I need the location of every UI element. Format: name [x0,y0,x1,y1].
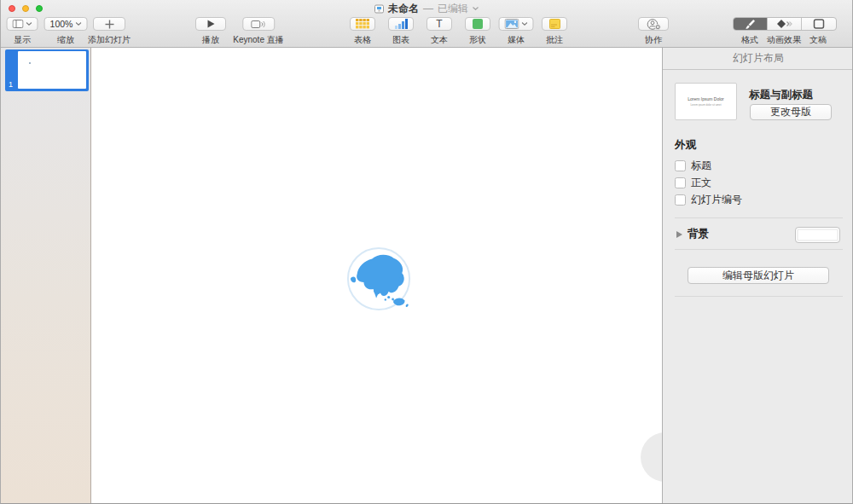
preview-subtitle: Lorem ipsum dolor sit amet [690,103,721,107]
title-chevron-down-icon[interactable] [473,7,479,10]
chevron-down-icon [26,22,32,26]
toolbar-item-text: T 文本 [426,17,452,46]
table-label: 表格 [354,34,371,46]
title-checkbox[interactable] [675,160,686,171]
toolbar-item-collaborate: 协作 [638,17,669,46]
play-button[interactable] [195,17,226,31]
titlebar-toolbar: 未命名 — 已编辑 显示 100% [1,0,852,48]
navigator-view-icon [13,20,24,28]
appearance-title: 外观 [675,138,696,153]
tab-document[interactable] [802,18,836,30]
title-checkbox-label: 标题 [691,159,711,173]
globe-image[interactable] [345,246,412,312]
preview-title: Lorem Ipsum Dolor [688,96,724,101]
play-label: 播放 [202,34,219,46]
divider [675,296,843,297]
toolbar-item-shape: 形状 [465,17,490,46]
shape-label: 形状 [469,34,486,46]
change-master-button[interactable]: 更改母版 [750,104,832,120]
comment-icon [549,19,560,29]
toolbar-item-zoom: 100% 缩放 [44,17,88,46]
keynote-live-label: Keynote 直播 [233,34,283,46]
inspector-header: 幻灯片布局 [663,48,853,70]
toolbar-item-view: 显示 [7,17,38,46]
insert-shape-button[interactable] [465,17,490,31]
keynote-window: 未命名 — 已编辑 显示 100% [0,0,853,504]
document-tab-label: 文稿 [809,34,827,46]
toolbar-item-play: 播放 [195,17,226,46]
inspector-tabs [733,17,837,31]
edit-master-button[interactable]: 编辑母版幻灯片 [688,267,829,284]
document-title: 未命名 [388,2,419,16]
layout-name: 标题与副标题 [749,88,813,102]
background-color-well[interactable] [795,227,840,243]
insert-text-button[interactable]: T [426,17,452,31]
view-label: 显示 [14,34,31,46]
slide-number-checkbox[interactable] [675,194,686,206]
divider [675,217,843,218]
background-label: 背景 [688,227,709,241]
thumbnail-globe-dot [29,62,31,64]
zoom-dropdown[interactable]: 100% [44,17,88,31]
slide-1-selected[interactable]: 1 [5,49,89,91]
window-title: 未命名 — 已编辑 [1,2,852,15]
insert-comment-button[interactable] [542,17,567,31]
background-disclosure-triangle[interactable] [676,231,682,238]
view-button[interactable] [7,17,38,31]
body-checkbox[interactable] [675,177,686,188]
slide-navigator[interactable]: 1 [1,48,91,503]
title-separator: — [423,3,433,14]
insert-chart-button[interactable] [388,17,414,31]
tab-animate[interactable] [768,18,802,30]
slide-number-checkbox-label: 幻灯片编号 [691,193,742,207]
tab-format[interactable] [734,18,768,30]
document-icon [813,19,825,29]
toolbar-item-keynote-live: Keynote 直播 [233,17,283,46]
chart-label: 图表 [392,34,409,46]
toolbar-item-table: 表格 [350,17,375,46]
add-slide-button[interactable] [93,17,125,31]
edited-status[interactable]: 已编辑 [438,2,468,16]
collaborate-button[interactable] [638,17,669,31]
animate-tab-label: 动画效果 [767,34,801,46]
insert-media-button[interactable] [499,17,534,31]
main-area: 1 幻灯片布局 [1,48,853,503]
divider [675,249,843,250]
play-icon [207,20,215,28]
toolbar-item-media: 媒体 [499,17,534,46]
slide-canvas[interactable] [91,48,662,503]
media-label: 媒体 [508,34,525,46]
chevron-down-icon [522,22,528,26]
collaborate-label: 协作 [645,34,662,46]
shape-icon [473,19,483,29]
chevron-down-icon [75,22,81,26]
media-photo-icon [505,19,519,29]
insert-table-button[interactable] [350,17,375,31]
text-label: 文本 [431,34,448,46]
toolbar-item-add-slide: 添加幻灯片 [88,17,131,46]
zoom-label: 缩放 [57,34,74,46]
plus-icon [105,20,114,29]
toolbar-item-comment: 批注 [542,17,567,46]
chart-icon [395,19,408,29]
toolbar-item-chart: 图表 [388,17,414,46]
table-icon [356,19,369,29]
keynote-live-icon [251,20,265,29]
document-proxy-icon[interactable] [374,4,384,14]
format-tab-label: 格式 [741,34,758,46]
body-checkbox-label: 正文 [691,176,711,190]
slide-1-thumbnail[interactable] [18,51,86,89]
zoom-value: 100% [50,19,73,29]
collaborate-icon [647,19,661,30]
text-icon: T [436,19,442,29]
title-checkbox-row: 标题 [675,159,711,171]
animate-diamond-icon [776,19,792,29]
slide-number-checkbox-row: 幻灯片编号 [675,194,742,206]
format-inspector: 幻灯片布局 Lorem Ipsum Dolor Lorem ipsum dolo… [662,48,853,503]
slide-number: 1 [9,80,13,89]
keynote-live-button[interactable] [242,17,275,31]
slide-layout-preview[interactable]: Lorem Ipsum Dolor Lorem ipsum dolor sit … [675,83,737,120]
paintbrush-icon [745,19,756,30]
body-checkbox-row: 正文 [675,177,711,188]
add-slide-label: 添加幻灯片 [88,34,131,46]
